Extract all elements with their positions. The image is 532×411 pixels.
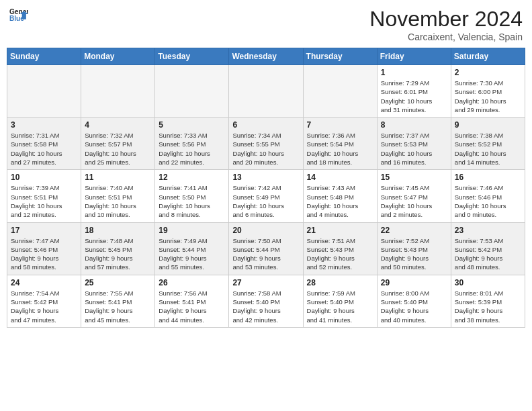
calendar-week-row: 24Sunrise: 7:54 AM Sunset: 5:42 PM Dayli… bbox=[7, 275, 525, 327]
calendar-cell: 13Sunrise: 7:42 AM Sunset: 5:49 PM Dayli… bbox=[229, 170, 303, 222]
weekday-header: Wednesday bbox=[229, 48, 303, 65]
calendar-cell bbox=[7, 65, 81, 118]
day-info: Sunrise: 7:46 AM Sunset: 5:46 PM Dayligh… bbox=[455, 183, 521, 219]
day-info: Sunrise: 7:38 AM Sunset: 5:52 PM Dayligh… bbox=[455, 131, 521, 167]
day-info: Sunrise: 7:47 AM Sunset: 5:46 PM Dayligh… bbox=[11, 236, 77, 272]
calendar-cell bbox=[303, 65, 377, 118]
calendar-cell: 10Sunrise: 7:39 AM Sunset: 5:51 PM Dayli… bbox=[7, 170, 81, 222]
calendar-header: SundayMondayTuesdayWednesdayThursdayFrid… bbox=[7, 48, 525, 65]
calendar-cell: 26Sunrise: 7:56 AM Sunset: 5:41 PM Dayli… bbox=[155, 275, 229, 327]
calendar-cell: 7Sunrise: 7:36 AM Sunset: 5:54 PM Daylig… bbox=[303, 118, 377, 170]
day-info: Sunrise: 7:40 AM Sunset: 5:51 PM Dayligh… bbox=[85, 183, 151, 219]
day-number: 6 bbox=[232, 120, 299, 130]
calendar-cell: 6Sunrise: 7:34 AM Sunset: 5:55 PM Daylig… bbox=[229, 118, 303, 170]
page-header: General Blue November 2024 Carcaixent, V… bbox=[7, 7, 525, 42]
day-number: 16 bbox=[455, 173, 521, 182]
month-title: November 2024 bbox=[369, 7, 523, 32]
day-number: 22 bbox=[381, 226, 447, 235]
calendar-cell bbox=[229, 65, 303, 118]
day-number: 15 bbox=[381, 173, 447, 182]
weekday-header: Saturday bbox=[451, 48, 525, 65]
title-block: November 2024 Carcaixent, Valencia, Spai… bbox=[369, 7, 523, 42]
weekday-header: Friday bbox=[377, 48, 451, 65]
calendar-cell: 29Sunrise: 8:00 AM Sunset: 5:40 PM Dayli… bbox=[377, 275, 451, 327]
day-info: Sunrise: 7:29 AM Sunset: 6:01 PM Dayligh… bbox=[381, 79, 447, 114]
day-number: 4 bbox=[85, 120, 151, 130]
day-number: 19 bbox=[159, 226, 225, 235]
day-info: Sunrise: 7:53 AM Sunset: 5:42 PM Dayligh… bbox=[455, 236, 521, 272]
day-number: 27 bbox=[232, 278, 299, 287]
calendar-cell: 23Sunrise: 7:53 AM Sunset: 5:42 PM Dayli… bbox=[451, 222, 525, 275]
day-info: Sunrise: 7:32 AM Sunset: 5:57 PM Dayligh… bbox=[85, 131, 151, 167]
calendar-week-row: 17Sunrise: 7:47 AM Sunset: 5:46 PM Dayli… bbox=[7, 222, 525, 275]
day-info: Sunrise: 7:58 AM Sunset: 5:40 PM Dayligh… bbox=[232, 289, 299, 324]
day-number: 24 bbox=[11, 278, 77, 287]
day-number: 2 bbox=[455, 68, 521, 77]
calendar-cell: 11Sunrise: 7:40 AM Sunset: 5:51 PM Dayli… bbox=[81, 170, 155, 222]
location: Carcaixent, Valencia, Spain bbox=[369, 32, 523, 42]
day-number: 30 bbox=[455, 278, 521, 287]
day-info: Sunrise: 7:45 AM Sunset: 5:47 PM Dayligh… bbox=[381, 183, 447, 219]
day-info: Sunrise: 7:52 AM Sunset: 5:43 PM Dayligh… bbox=[381, 236, 447, 272]
logo: General Blue bbox=[9, 7, 28, 26]
day-number: 9 bbox=[455, 120, 521, 130]
calendar-cell: 8Sunrise: 7:37 AM Sunset: 5:53 PM Daylig… bbox=[377, 118, 451, 170]
calendar-cell: 12Sunrise: 7:41 AM Sunset: 5:50 PM Dayli… bbox=[155, 170, 229, 222]
calendar-week-row: 10Sunrise: 7:39 AM Sunset: 5:51 PM Dayli… bbox=[7, 170, 525, 222]
calendar-cell: 2Sunrise: 7:30 AM Sunset: 6:00 PM Daylig… bbox=[451, 65, 525, 118]
calendar-cell: 4Sunrise: 7:32 AM Sunset: 5:57 PM Daylig… bbox=[81, 118, 155, 170]
calendar-cell: 21Sunrise: 7:51 AM Sunset: 5:43 PM Dayli… bbox=[303, 222, 377, 275]
day-number: 10 bbox=[11, 173, 77, 182]
calendar-cell: 24Sunrise: 7:54 AM Sunset: 5:42 PM Dayli… bbox=[7, 275, 81, 327]
calendar-cell: 14Sunrise: 7:43 AM Sunset: 5:48 PM Dayli… bbox=[303, 170, 377, 222]
weekday-header: Tuesday bbox=[155, 48, 229, 65]
calendar-cell bbox=[81, 65, 155, 118]
calendar-cell: 9Sunrise: 7:38 AM Sunset: 5:52 PM Daylig… bbox=[451, 118, 525, 170]
day-number: 14 bbox=[307, 173, 373, 182]
day-info: Sunrise: 7:59 AM Sunset: 5:40 PM Dayligh… bbox=[307, 289, 373, 324]
day-number: 18 bbox=[85, 226, 151, 235]
day-info: Sunrise: 7:34 AM Sunset: 5:55 PM Dayligh… bbox=[232, 131, 299, 167]
day-number: 17 bbox=[11, 226, 77, 235]
day-number: 25 bbox=[85, 278, 151, 287]
calendar-cell: 19Sunrise: 7:49 AM Sunset: 5:44 PM Dayli… bbox=[155, 222, 229, 275]
calendar-cell: 27Sunrise: 7:58 AM Sunset: 5:40 PM Dayli… bbox=[229, 275, 303, 327]
day-info: Sunrise: 7:49 AM Sunset: 5:44 PM Dayligh… bbox=[159, 236, 225, 272]
day-number: 28 bbox=[307, 278, 373, 287]
day-info: Sunrise: 7:50 AM Sunset: 5:44 PM Dayligh… bbox=[232, 236, 299, 272]
weekday-header: Thursday bbox=[303, 48, 377, 65]
day-number: 13 bbox=[232, 173, 299, 182]
calendar-week-row: 3Sunrise: 7:31 AM Sunset: 5:58 PM Daylig… bbox=[7, 118, 525, 170]
day-number: 1 bbox=[381, 68, 447, 77]
day-number: 26 bbox=[159, 278, 225, 287]
calendar-cell: 22Sunrise: 7:52 AM Sunset: 5:43 PM Dayli… bbox=[377, 222, 451, 275]
day-info: Sunrise: 7:42 AM Sunset: 5:49 PM Dayligh… bbox=[232, 183, 299, 219]
day-info: Sunrise: 7:55 AM Sunset: 5:41 PM Dayligh… bbox=[85, 289, 151, 324]
day-info: Sunrise: 7:36 AM Sunset: 5:54 PM Dayligh… bbox=[307, 131, 373, 167]
day-info: Sunrise: 7:41 AM Sunset: 5:50 PM Dayligh… bbox=[159, 183, 225, 219]
day-number: 5 bbox=[159, 120, 225, 130]
logo-icon: General Blue bbox=[9, 7, 28, 26]
day-number: 11 bbox=[85, 173, 151, 182]
calendar-body: 1Sunrise: 7:29 AM Sunset: 6:01 PM Daylig… bbox=[7, 65, 525, 328]
day-info: Sunrise: 7:30 AM Sunset: 6:00 PM Dayligh… bbox=[455, 79, 521, 114]
day-info: Sunrise: 7:43 AM Sunset: 5:48 PM Dayligh… bbox=[307, 183, 373, 219]
calendar-cell: 3Sunrise: 7:31 AM Sunset: 5:58 PM Daylig… bbox=[7, 118, 81, 170]
calendar-cell bbox=[155, 65, 229, 118]
day-info: Sunrise: 7:31 AM Sunset: 5:58 PM Dayligh… bbox=[11, 131, 77, 167]
calendar-cell: 18Sunrise: 7:48 AM Sunset: 5:45 PM Dayli… bbox=[81, 222, 155, 275]
day-info: Sunrise: 8:00 AM Sunset: 5:40 PM Dayligh… bbox=[381, 289, 447, 324]
day-number: 3 bbox=[11, 120, 77, 130]
calendar-cell: 1Sunrise: 7:29 AM Sunset: 6:01 PM Daylig… bbox=[377, 65, 451, 118]
calendar-cell: 5Sunrise: 7:33 AM Sunset: 5:56 PM Daylig… bbox=[155, 118, 229, 170]
calendar-week-row: 1Sunrise: 7:29 AM Sunset: 6:01 PM Daylig… bbox=[7, 65, 525, 118]
day-info: Sunrise: 8:01 AM Sunset: 5:39 PM Dayligh… bbox=[455, 289, 521, 324]
day-info: Sunrise: 7:37 AM Sunset: 5:53 PM Dayligh… bbox=[381, 131, 447, 167]
weekday-row: SundayMondayTuesdayWednesdayThursdayFrid… bbox=[7, 48, 525, 65]
day-number: 20 bbox=[232, 226, 299, 235]
day-number: 7 bbox=[307, 120, 373, 130]
day-info: Sunrise: 7:33 AM Sunset: 5:56 PM Dayligh… bbox=[159, 131, 225, 167]
day-info: Sunrise: 7:51 AM Sunset: 5:43 PM Dayligh… bbox=[307, 236, 373, 272]
day-info: Sunrise: 7:54 AM Sunset: 5:42 PM Dayligh… bbox=[11, 289, 77, 324]
weekday-header: Sunday bbox=[7, 48, 81, 65]
